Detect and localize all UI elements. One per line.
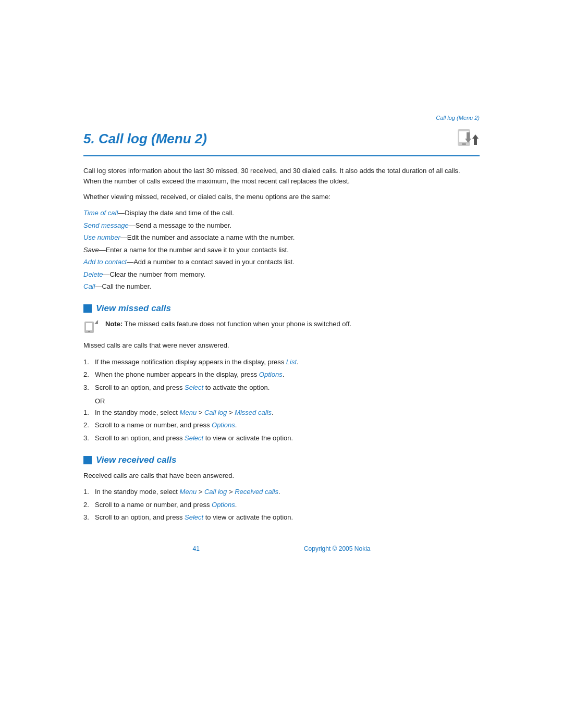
- svg-rect-6: [86, 323, 92, 330]
- chapter-header-ref: Call log (Menu 2): [83, 115, 480, 121]
- section-received-title: View received calls: [96, 455, 176, 465]
- chapter-title-row: 5. Call log (Menu 2): [83, 125, 480, 156]
- list-item: 2. Scroll to a name or number, and press…: [83, 419, 480, 430]
- svg-rect-2: [462, 143, 466, 145]
- list-item: 1. If the message notification display a…: [83, 356, 480, 367]
- list-item: 3. Scroll to an option, and press Select…: [83, 382, 480, 393]
- menu-options-list: Time of call—Display the date and time o…: [83, 207, 480, 292]
- list-item: 1. In the standby mode, select Menu > Ca…: [83, 486, 480, 497]
- footer-copyright: Copyright © 2005 Nokia: [304, 545, 371, 552]
- note-text-missed: Note: The missed calls feature does not …: [105, 319, 351, 329]
- list-item: 1. In the standby mode, select Menu > Ca…: [83, 407, 480, 418]
- menu-option-send-message: Send message—Send a message to the numbe…: [83, 220, 480, 231]
- missed-calls-intro: Missed calls are calls that were never a…: [83, 340, 480, 351]
- menu-option-delete: Delete—Clear the number from memory.: [83, 269, 480, 280]
- list-item: 3. Scroll to an option, and press Select…: [83, 433, 480, 443]
- note-box-missed: Note: The missed calls feature does not …: [83, 319, 480, 334]
- menu-option-use-number: Use number—Edit the number and associate…: [83, 232, 480, 243]
- intro-paragraph-1: Call log stores information about the la…: [83, 166, 480, 187]
- note-icon: [83, 319, 100, 334]
- menu-option-save: Save—Enter a name for the number and sav…: [83, 244, 480, 255]
- missed-calls-steps-group1: 1. If the message notification display a…: [83, 356, 480, 393]
- list-item: 2. Scroll to a name or number, and press…: [83, 499, 480, 510]
- page-container: Call log (Menu 2) 5. Call log (Menu 2) C…: [0, 0, 563, 728]
- section-missed-title: View missed calls: [96, 303, 171, 314]
- section-heading-square-missed: [83, 304, 92, 313]
- chapter-title: 5. Call log (Menu 2): [83, 131, 207, 147]
- svg-marker-3: [472, 134, 479, 145]
- menu-option-time-of-call: Time of call—Display the date and time o…: [83, 207, 480, 218]
- footer: 41 Copyright © 2005 Nokia: [83, 545, 480, 552]
- missed-calls-steps-group2: 1. In the standby mode, select Menu > Ca…: [83, 407, 480, 443]
- list-item: 3. Scroll to an option, and press Select…: [83, 512, 480, 523]
- received-calls-intro: Received calls are calls that have been …: [83, 471, 480, 481]
- or-divider: OR: [95, 397, 480, 405]
- list-item: 2. When the phone number appears in the …: [83, 369, 480, 380]
- footer-page-number: 41: [193, 545, 200, 552]
- chapter-icon: [452, 125, 480, 152]
- section-heading-square-received: [83, 456, 92, 464]
- intro-paragraph-2: Whether viewing missed, received, or dia…: [83, 192, 480, 202]
- section-received-heading: View received calls: [83, 455, 480, 465]
- svg-rect-7: [88, 331, 90, 332]
- menu-option-add-to-contact: Add to contact—Add a number to a contact…: [83, 256, 480, 267]
- section-missed-heading: View missed calls: [83, 303, 480, 314]
- content-area: Call log (Menu 2) 5. Call log (Menu 2) C…: [83, 0, 480, 569]
- menu-option-call: Call—Call the number.: [83, 281, 480, 292]
- received-calls-steps: 1. In the standby mode, select Menu > Ca…: [83, 486, 480, 523]
